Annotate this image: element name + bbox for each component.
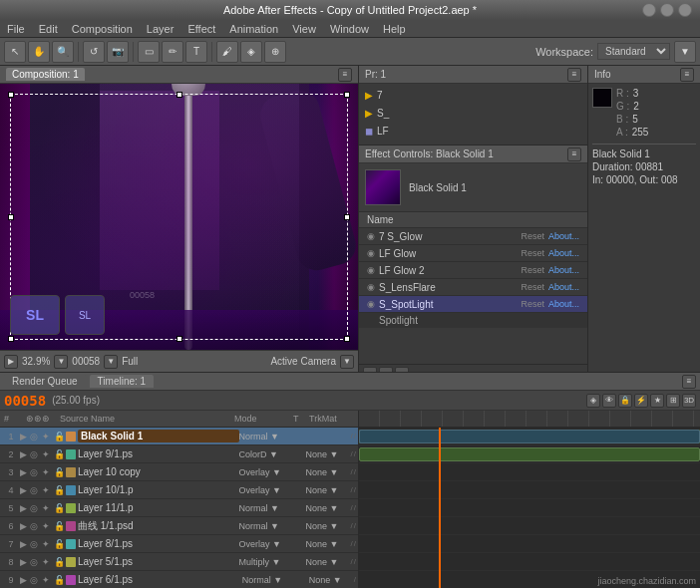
menu-file[interactable]: File: [4, 23, 28, 35]
window-controls[interactable]: [642, 3, 692, 17]
layer-mode-8[interactable]: Multiply ▼: [239, 557, 294, 567]
switch-1b[interactable]: /: [354, 432, 356, 441]
zoom-dropdown-btn[interactable]: ▼: [54, 355, 68, 369]
layer-trkmat-8[interactable]: None ▼: [306, 557, 351, 567]
project-tab[interactable]: Pr: 1: [365, 69, 386, 80]
layer-mode-3[interactable]: Overlay ▼: [239, 467, 294, 477]
camera-dropdown[interactable]: ▼: [340, 355, 354, 369]
layer-lock-9[interactable]: 🔓: [54, 575, 66, 585]
workspace-dropdown[interactable]: Standard Animation Minimal: [597, 43, 670, 60]
switch-3b[interactable]: /: [354, 467, 356, 476]
stamp-tool-btn[interactable]: ◈: [240, 41, 262, 63]
switch-2a[interactable]: /: [351, 449, 353, 458]
layer-mode-5[interactable]: Normal ▼: [239, 503, 294, 513]
switch-9a[interactable]: /: [354, 575, 356, 584]
zoom-tool-btn[interactable]: 🔍: [52, 41, 74, 63]
layer-mode-9[interactable]: Normal ▼: [242, 575, 297, 585]
layer-lock-3[interactable]: 🔓: [54, 467, 66, 477]
switch-5a[interactable]: /: [351, 503, 353, 512]
layer-expand-7[interactable]: ▶: [20, 539, 30, 549]
layer-lock-7[interactable]: 🔓: [54, 539, 66, 549]
tl-vis-btn[interactable]: 👁: [602, 394, 616, 408]
layer-expand-2[interactable]: ▶: [20, 449, 30, 459]
effect-reset-4[interactable]: Reset: [521, 282, 544, 292]
layer-vis-4[interactable]: ◎: [30, 485, 42, 495]
layer-lock-8[interactable]: 🔓: [54, 557, 66, 567]
project-panel-menu[interactable]: ≡: [567, 68, 581, 82]
layer-expand-8[interactable]: ▶: [20, 557, 30, 567]
layer-solo-5[interactable]: ✦: [42, 503, 54, 513]
mb-btn-3[interactable]: +: [395, 367, 409, 372]
layer-vis-5[interactable]: ◎: [30, 503, 42, 513]
effect-about-2[interactable]: About...: [548, 248, 579, 258]
switch-8a[interactable]: /: [351, 557, 353, 566]
layer-expand-5[interactable]: ▶: [20, 503, 30, 513]
effect-about-4[interactable]: About...: [548, 282, 579, 292]
menu-help[interactable]: Help: [380, 23, 409, 35]
play-btn[interactable]: ▶: [4, 355, 18, 369]
paint-tool-btn[interactable]: 🖌: [216, 41, 238, 63]
render-queue-tab[interactable]: Render Queue: [4, 375, 86, 388]
layer-solo-9[interactable]: ✦: [42, 575, 54, 585]
switch-8b[interactable]: /: [354, 557, 356, 566]
tl-lock-btn[interactable]: 🔒: [618, 394, 632, 408]
tl-3d-btn[interactable]: 3D: [682, 394, 696, 408]
layer-trkmat-6[interactable]: None ▼: [306, 521, 351, 531]
layer-trkmat-4[interactable]: None ▼: [306, 485, 351, 495]
effect-eye-4[interactable]: ◉: [367, 282, 375, 292]
menu-composition[interactable]: Composition: [69, 23, 136, 35]
layer-vis-2[interactable]: ◎: [30, 449, 42, 459]
layer-vis-9[interactable]: ◎: [30, 575, 42, 585]
mb-btn-1[interactable]: ◀: [363, 367, 377, 372]
layer-expand-9[interactable]: ▶: [20, 575, 30, 585]
switch-3a[interactable]: /: [351, 467, 353, 476]
layer-solo-3[interactable]: ✦: [42, 467, 54, 477]
layer-row-8[interactable]: 8 ▶ ◎ ✦ 🔓 Layer 5/1.ps Multiply ▼ None ▼…: [0, 553, 358, 571]
switch-7a[interactable]: /: [351, 539, 353, 548]
layer-mode-6[interactable]: Normal ▼: [239, 521, 294, 531]
effect-panel-menu[interactable]: ≡: [567, 147, 581, 161]
effect-about-5[interactable]: About...: [548, 299, 579, 309]
workspace-options-btn[interactable]: ▼: [674, 41, 696, 63]
layer-expand-1[interactable]: ▶: [20, 432, 30, 441]
switch-6a[interactable]: /: [351, 521, 353, 530]
layer-solo-4[interactable]: ✦: [42, 485, 54, 495]
layer-solo-7[interactable]: ✦: [42, 539, 54, 549]
effect-about-1[interactable]: About...: [548, 231, 579, 241]
layer-row-5[interactable]: 5 ▶ ◎ ✦ 🔓 Layer 11/1.p Normal ▼ None ▼ /…: [0, 499, 358, 517]
tl-solo-btn[interactable]: ◈: [586, 394, 600, 408]
layer-trkmat-2[interactable]: None ▼: [306, 449, 351, 459]
layer-expand-6[interactable]: ▶: [20, 521, 30, 531]
camera-tool-btn[interactable]: 📷: [107, 41, 129, 63]
effect-row-1[interactable]: ◉ 7 S_Glow Reset About...: [359, 228, 587, 245]
text-tool-btn[interactable]: T: [185, 41, 207, 63]
layer-lock-5[interactable]: 🔓: [54, 503, 66, 513]
effect-eye-3[interactable]: ◉: [367, 265, 375, 275]
layer-vis-7[interactable]: ◎: [30, 539, 42, 549]
layer-row-6[interactable]: 6 ▶ ◎ ✦ 🔓 曲线 1/1.psd Normal ▼ None ▼ / /: [0, 517, 358, 535]
menu-window[interactable]: Window: [327, 23, 372, 35]
hand-tool-btn[interactable]: ✋: [28, 41, 50, 63]
minimize-btn[interactable]: [660, 3, 674, 17]
layer-mode-1[interactable]: Normal ▼: [239, 432, 294, 441]
layer-mode-4[interactable]: Overlay ▼: [239, 485, 294, 495]
effect-row-4[interactable]: ◉ S_LensFlare Reset About...: [359, 279, 587, 296]
layer-solo-2[interactable]: ✦: [42, 449, 54, 459]
layer-mode-7[interactable]: Overlay ▼: [239, 539, 294, 549]
layer-expand-4[interactable]: ▶: [20, 485, 30, 495]
effect-eye-5[interactable]: ◉: [367, 299, 375, 309]
close-btn[interactable]: [642, 3, 656, 17]
switch-5b[interactable]: /: [354, 503, 356, 512]
layer-row-1[interactable]: 1 ▶ ◎ ✦ 🔓 Black Solid 1 Normal ▼ / /: [0, 428, 358, 445]
layer-trkmat-5[interactable]: None ▼: [306, 503, 351, 513]
effect-reset-3[interactable]: Reset: [521, 265, 544, 275]
select-tool-btn[interactable]: ↖: [4, 41, 26, 63]
comp-panel-menu-btn[interactable]: ≡: [338, 68, 352, 82]
effect-reset-1[interactable]: Reset: [521, 231, 544, 241]
layer-vis-3[interactable]: ◎: [30, 467, 42, 477]
timeline-tab[interactable]: Timeline: 1: [90, 375, 155, 388]
layer-row-9[interactable]: 9 ▶ ◎ ✦ 🔓 Layer 6/1.ps Normal ▼ None ▼ /: [0, 571, 358, 588]
tl-effects-btn[interactable]: ★: [650, 394, 664, 408]
layer-vis-1[interactable]: ◎: [30, 432, 42, 441]
effect-row-5[interactable]: ◉ S_SpotLight Reset About...: [359, 296, 587, 313]
